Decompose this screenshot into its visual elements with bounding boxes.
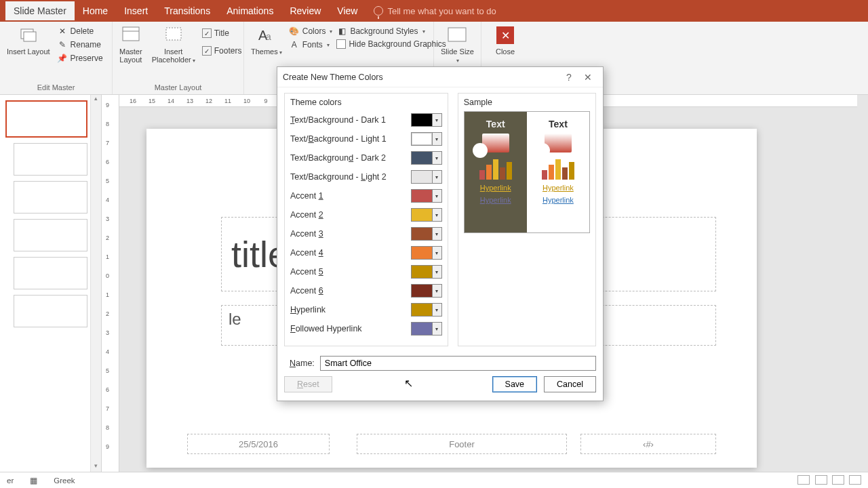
master-layout-button[interactable]: Master Layout [117, 23, 145, 65]
color-swatch-dropdown[interactable]: ▾ [411, 132, 442, 146]
theme-color-label: Text/Background - Light 2 [290, 172, 387, 182]
theme-color-label: Accent 6 [290, 286, 323, 296]
layout-thumbnail[interactable] [14, 257, 87, 289]
chevron-down-icon: ▾ [432, 114, 441, 126]
theme-color-row: Accent 6▾ [290, 282, 442, 300]
colors-dropdown[interactable]: 🎨Colors▾ [289, 24, 333, 38]
theme-color-row: Accent 5▾ [290, 263, 442, 281]
color-swatch-dropdown[interactable]: ▾ [411, 113, 442, 127]
close-dialog-button[interactable]: ✕ [578, 72, 597, 83]
sorter-view-button[interactable] [815, 475, 827, 485]
theme-color-label: Hyperlink [290, 305, 326, 314]
sample-text-light: Text [549, 119, 568, 129]
slide-thumbnail-panel: ▴ ▾ [0, 95, 102, 472]
slide-number-placeholder[interactable]: ‹#› [580, 434, 716, 454]
master-layout-label: Master Layout [119, 47, 142, 64]
theme-name-input[interactable] [320, 356, 596, 371]
group-label-master-layout: Master Layout [117, 83, 239, 93]
title-checkbox[interactable]: ✓Title [202, 27, 242, 39]
slide-size-button[interactable]: Slide Size▾ [438, 23, 477, 66]
layout-thumbnail[interactable] [14, 295, 87, 327]
preserve-button[interactable]: 📌Preserve [57, 52, 103, 65]
status-bar: er ▦ Greek [0, 472, 868, 488]
checkbox-icon: ✓ [202, 46, 212, 56]
insert-slide-master-button[interactable] [4, 23, 53, 47]
save-button[interactable]: Save [492, 376, 538, 392]
footers-checkbox[interactable]: ✓Footers [202, 45, 242, 57]
color-swatch-dropdown[interactable]: ▾ [411, 322, 442, 336]
rename-button[interactable]: ✎Rename [57, 38, 103, 52]
insert-layout-button[interactable]: Insert Layout [4, 46, 53, 57]
bulb-icon [374, 6, 383, 16]
tab-animations[interactable]: Animations [218, 1, 281, 20]
slideshow-view-button[interactable] [849, 475, 861, 485]
footers-chk-label: Footers [214, 46, 242, 56]
chevron-down-icon: ▾ [432, 228, 441, 240]
chevron-down-icon: ▾ [432, 247, 441, 259]
help-button[interactable]: ? [559, 72, 578, 83]
theme-color-label: Accent 5 [290, 267, 323, 277]
sample-heading: Sample [464, 98, 590, 107]
footer-placeholder[interactable]: Footer [357, 434, 567, 454]
scroll-up-icon[interactable]: ▴ [91, 95, 101, 104]
insert-placeholder-button[interactable]: Insert Placeholder▾ [149, 23, 198, 66]
bg-styles-label: Background Styles [350, 26, 418, 36]
name-label: Name: [290, 359, 315, 368]
rename-label: Rename [71, 40, 101, 49]
chevron-down-icon: ▾ [432, 304, 441, 316]
theme-color-row: Hyperlink▾ [290, 301, 442, 319]
color-swatch-dropdown[interactable]: ▾ [411, 170, 442, 184]
tab-transitions[interactable]: Transitions [156, 1, 218, 20]
color-swatch-dropdown[interactable]: ▾ [411, 246, 442, 260]
view-buttons [795, 475, 861, 486]
theme-color-row: Text/Background - Dark 2▾ [290, 149, 442, 167]
tab-view[interactable]: View [329, 1, 366, 20]
tab-slide-master[interactable]: Slide Master [5, 1, 75, 20]
chevron-down-icon: ▾ [432, 171, 441, 183]
theme-color-label: Accent 2 [290, 210, 323, 220]
sample-followed-hyperlink: Hyperlink [480, 196, 511, 204]
fonts-icon: A [289, 39, 300, 50]
master-thumbnail[interactable] [5, 100, 87, 138]
hide-bg-label: Hide Background Graphics [349, 39, 446, 49]
tab-review[interactable]: Review [281, 1, 329, 20]
theme-color-label: Text/Background - Dark 1 [290, 115, 386, 125]
reading-view-button[interactable] [832, 475, 844, 485]
close-master-button[interactable]: ✕ Close [492, 23, 519, 57]
chevron-down-icon: ▾ [432, 323, 441, 335]
scroll-down-icon[interactable]: ▾ [91, 462, 101, 472]
layout-thumbnail[interactable] [14, 219, 87, 251]
theme-color-label: Accent 3 [290, 229, 323, 239]
background-styles-dropdown[interactable]: ◧Background Styles▾ [336, 24, 446, 38]
status-item: er [7, 476, 14, 485]
themes-button[interactable]: Aa Themes▾ [248, 23, 285, 57]
sample-followed-hyperlink: Hyperlink [542, 196, 574, 204]
delete-button[interactable]: ✕Delete [57, 24, 103, 38]
tab-home[interactable]: Home [75, 1, 116, 20]
tell-me-search[interactable]: Tell me what you want to do [366, 2, 504, 20]
preserve-label: Preserve [71, 54, 103, 63]
tab-insert[interactable]: Insert [116, 1, 156, 20]
sample-shape-icon [545, 134, 572, 152]
color-swatch-dropdown[interactable]: ▾ [411, 208, 442, 222]
theme-color-row: Accent 3▾ [290, 225, 442, 243]
color-swatch-dropdown[interactable]: ▾ [411, 189, 442, 203]
normal-view-button[interactable] [797, 475, 810, 485]
layout-thumbnail[interactable] [14, 143, 87, 176]
theme-color-label: Text/Background - Dark 2 [290, 153, 386, 163]
delete-icon: ✕ [57, 26, 68, 37]
cancel-button[interactable]: Cancel [544, 376, 596, 392]
color-swatch-dropdown[interactable]: ▾ [411, 151, 442, 165]
color-swatch-dropdown[interactable]: ▾ [411, 303, 442, 317]
theme-color-row: Accent 1▾ [290, 187, 442, 205]
theme-color-row: Accent 4▾ [290, 244, 442, 262]
date-placeholder[interactable]: 25/5/2016 [187, 434, 330, 454]
color-swatch-dropdown[interactable]: ▾ [411, 227, 442, 241]
hide-bg-checkbox[interactable]: Hide Background Graphics [336, 38, 446, 50]
color-swatch-dropdown[interactable]: ▾ [411, 265, 442, 279]
language-status[interactable]: Greek [54, 476, 75, 485]
color-swatch-dropdown[interactable]: ▾ [411, 284, 442, 298]
fonts-dropdown[interactable]: AFonts▾ [289, 38, 333, 52]
layout-thumbnail[interactable] [14, 181, 87, 214]
thumbnail-scrollbar[interactable]: ▴ ▾ [90, 95, 101, 472]
